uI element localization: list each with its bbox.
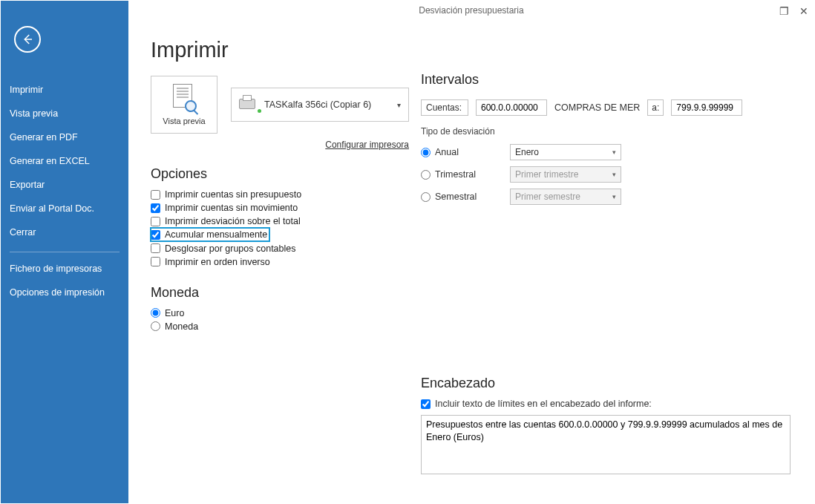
- chevron-down-icon: ▾: [612, 193, 616, 200]
- opcion-checkbox-1[interactable]: [151, 203, 160, 213]
- back-button[interactable]: [14, 26, 41, 53]
- cuentas-desc: COMPRAS DE MER: [554, 102, 640, 113]
- tipo-desviacion-label: Tipo de desviación: [421, 126, 792, 137]
- opcion-label-4: Desglosar por grupos contables: [165, 243, 296, 254]
- tipo-radio-1[interactable]: [421, 170, 431, 180]
- opcion-label-1: Imprimir cuentas sin movimiento: [165, 203, 298, 213]
- tipo-radio-row-1[interactable]: Trimestral: [421, 169, 510, 180]
- opcion-checkbox-2[interactable]: [151, 217, 160, 226]
- right-column: Intervalos Cuentas: COMPRAS DE MER a: Ti…: [421, 72, 792, 477]
- tipo-select-value-2: Primer semestre: [515, 192, 580, 202]
- opcion-label-0: Imprimir cuentas sin presupuesto: [165, 189, 301, 200]
- moneda-radio-0[interactable]: [151, 308, 160, 318]
- encabezado-include-row[interactable]: Incluir texto de límites en el encabezad…: [421, 399, 792, 409]
- tipo-label-2: Semestral: [435, 192, 477, 202]
- tipo-radio-row-0[interactable]: Anual: [421, 147, 510, 157]
- sidebar-item-generar-excel[interactable]: Generar en EXCEL: [1, 149, 128, 173]
- arrow-left-icon: [21, 33, 34, 46]
- tipo-desviacion-group: AnualEnero▾TrimestralPrimer trimestre▾Se…: [421, 144, 792, 205]
- opcion-checkbox-5[interactable]: [151, 257, 160, 266]
- chevron-down-icon: ▾: [612, 171, 616, 178]
- encabezado-title: Encabezado: [421, 376, 792, 391]
- cuentas-from-input[interactable]: [476, 99, 547, 116]
- sidebar-item-generar-pdf[interactable]: Generar en PDF: [1, 125, 128, 149]
- a-label-button[interactable]: a:: [647, 99, 664, 116]
- encabezado-text[interactable]: [421, 415, 791, 474]
- sidebar: Imprimir Vista previa Generar en PDF Gen…: [1, 1, 128, 503]
- opcion-3[interactable]: Acumular mensualmente: [151, 228, 269, 241]
- opcion-checkbox-0[interactable]: [151, 190, 160, 200]
- sidebar-item-exportar[interactable]: Exportar: [1, 173, 128, 197]
- tipo-select-value-1: Primer trimestre: [515, 169, 578, 180]
- tipo-select-1: Primer trimestre▾: [510, 166, 621, 183]
- moneda-radio-1[interactable]: [151, 321, 160, 331]
- tipo-select-value-0: Enero: [515, 147, 539, 157]
- tipo-radio-2[interactable]: [421, 192, 431, 202]
- tipo-radio-0[interactable]: [421, 148, 431, 157]
- printer-icon: [238, 96, 257, 113]
- sidebar-item-cerrar[interactable]: Cerrar: [1, 220, 128, 244]
- cuentas-to-input[interactable]: [671, 99, 742, 116]
- preview-button[interactable]: Vista previa: [151, 76, 217, 134]
- opcion-checkbox-4[interactable]: [151, 243, 160, 253]
- main-panel: Imprimir Vista previa TASKalfa 356ci (Co…: [128, 1, 814, 503]
- intervalos-title: Intervalos: [421, 72, 792, 88]
- sidebar-item-vista-previa[interactable]: Vista previa: [1, 102, 128, 125]
- sidebar-separator: [10, 252, 120, 252]
- tipo-select-0[interactable]: Enero▾: [510, 144, 621, 160]
- encabezado-include-checkbox[interactable]: [421, 399, 431, 409]
- tipo-radio-row-2[interactable]: Semestral: [421, 192, 510, 202]
- chevron-down-icon: ▾: [612, 148, 616, 156]
- chevron-down-icon: ▾: [397, 101, 401, 109]
- opcion-label-3: Acumular mensualmente: [165, 229, 267, 240]
- sidebar-item-enviar-portal[interactable]: Enviar al Portal Doc.: [1, 197, 128, 220]
- printer-select[interactable]: TASKalfa 356ci (Copiar 6) ▾: [231, 88, 409, 122]
- opcion-label-5: Imprimir en orden inverso: [165, 257, 270, 267]
- encabezado-include-label: Incluir texto de límites en el encabezad…: [435, 399, 652, 409]
- moneda-label-1: Moneda: [165, 321, 198, 332]
- moneda-label-0: Euro: [165, 308, 184, 318]
- printer-name: TASKalfa 356ci (Copiar 6): [264, 99, 371, 110]
- sidebar-item-opciones-impresion[interactable]: Opciones de impresión: [1, 281, 128, 304]
- opcion-checkbox-3[interactable]: [151, 230, 160, 240]
- page-preview-icon: [171, 84, 197, 114]
- tipo-select-2: Primer semestre▾: [510, 189, 621, 205]
- cuentas-label-button[interactable]: Cuentas:: [421, 99, 468, 116]
- sidebar-item-fichero-impresoras[interactable]: Fichero de impresoras: [1, 257, 128, 281]
- page-title: Imprimir: [151, 38, 792, 62]
- tipo-label-1: Trimestral: [435, 169, 476, 180]
- preview-label: Vista previa: [163, 117, 205, 125]
- configure-printer-link[interactable]: Configurar impresora: [151, 140, 409, 150]
- opcion-label-2: Imprimir desviación sobre el total: [165, 216, 301, 226]
- tipo-label-0: Anual: [435, 147, 459, 157]
- sidebar-item-imprimir[interactable]: Imprimir: [1, 78, 128, 102]
